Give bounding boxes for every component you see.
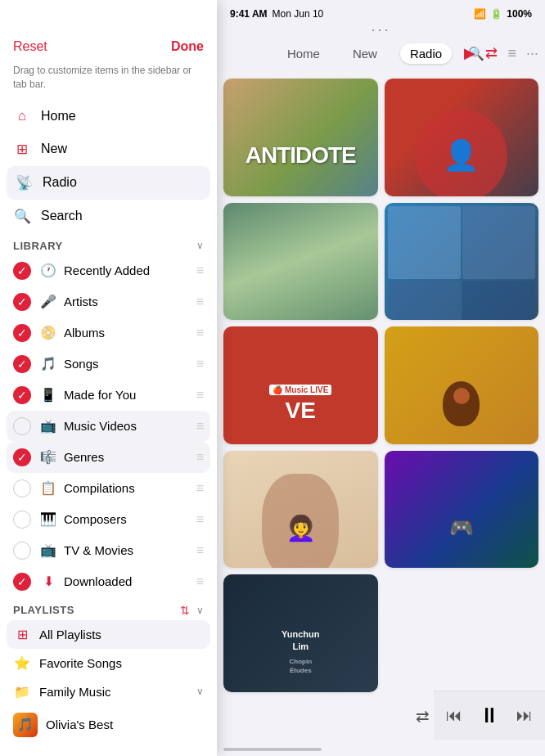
reset-button[interactable]: Reset — [13, 39, 47, 54]
all-playlists-icon: ⊞ — [13, 627, 31, 642]
prev-button[interactable]: ⏮ — [446, 706, 462, 725]
lib-item-songs[interactable]: ✓ 🎵 Songs ≡ — [0, 349, 217, 380]
drag-handle[interactable]: ≡ — [196, 419, 204, 434]
lib-item-albums[interactable]: ✓ 📀 Albums ≡ — [0, 317, 217, 349]
album-card[interactable]: Yunchun Lim ChopinÉtudes Chopin: Études,… — [223, 574, 378, 692]
lib-item-recently-added[interactable]: ✓ 🕐 Recently Added ≡ — [0, 255, 217, 286]
check-icon[interactable]: ✓ — [13, 293, 31, 311]
play-button[interactable]: ▶ — [464, 44, 475, 62]
lib-item-artists[interactable]: ✓ 🎤 Artists ≡ — [0, 286, 217, 317]
play-pause-button[interactable]: ⏸ — [479, 703, 500, 728]
playlist-family[interactable]: 📁 Family Music ∨ — [0, 677, 217, 706]
uncheck-icon[interactable] — [13, 479, 31, 497]
album-card[interactable]: THIS ISMENOW Deeper Well ★ Kacey Musgrav… — [223, 203, 378, 321]
playlists-section-header[interactable]: Playlists ⇅ ∨ — [0, 597, 217, 620]
more-button[interactable]: ··· — [526, 45, 538, 62]
lib-item-composers[interactable]: 🎹 Composers ≡ — [0, 504, 217, 535]
drag-handle[interactable]: ≡ — [196, 450, 204, 465]
sidebar-item-home[interactable]: ⌂ Home — [0, 100, 217, 133]
album-card[interactable]: 🎮 s and... ★ att. (Apple Music Edition) … — [385, 451, 539, 569]
album-grid: ANTIDOTE In Search Of The Antidote FLETC… — [217, 72, 545, 699]
drag-handle[interactable]: ≡ — [196, 574, 204, 589]
next-button[interactable]: ⏭ — [516, 706, 533, 725]
lib-label: Music Videos — [64, 419, 196, 433]
artists-icon: 🎤 — [39, 294, 57, 309]
sidebar-hint: Drag to customize items in the sidebar o… — [0, 61, 217, 100]
playlist-all[interactable]: ⊞ All Playlists — [7, 620, 210, 649]
home-icon: ⌂ — [13, 108, 31, 124]
tv-movies-icon: 📺 — [39, 542, 57, 558]
nav-tab-radio[interactable]: Radio — [400, 43, 452, 64]
sidebar-item-radio[interactable]: 📡 Radio — [7, 166, 210, 200]
album-art: ANTIDOTE — [223, 79, 378, 196]
library-section-header[interactable]: Library ∨ — [0, 233, 217, 255]
nav-tab-new[interactable]: New — [343, 43, 387, 64]
lib-item-music-videos[interactable]: 📺 Music Videos ≡ — [7, 411, 210, 442]
check-icon[interactable]: ✓ — [13, 573, 31, 591]
radio-icon: 📡 — [15, 174, 33, 191]
check-icon[interactable]: ✓ — [13, 324, 31, 342]
nav-label: New — [41, 142, 67, 156]
now-playing-bar: ⇄ ⏮ ⏸ ⏭ ↻ — [434, 691, 545, 740]
check-icon[interactable]: ✓ — [13, 448, 31, 466]
sort-icon[interactable]: ⇅ — [180, 604, 190, 617]
lib-label: Albums — [64, 326, 196, 340]
done-button[interactable]: Done — [171, 39, 204, 54]
album-card[interactable]: 👤 People Who Aren't There... Future Isla… — [385, 79, 539, 196]
chevron-down-icon: ∨ — [196, 605, 204, 616]
check-icon[interactable]: ✓ — [13, 355, 31, 373]
playlist-art: 🎵 — [13, 713, 38, 737]
sidebar-item-new[interactable]: ⊞ New — [0, 133, 217, 166]
playlist-label: All Playlists — [39, 628, 204, 641]
lib-label: Made for You — [64, 388, 196, 402]
sidebar-item-search[interactable]: 🔍 Search — [0, 200, 217, 233]
main-content: 9:41 AM Mon Jun 10 📶 🔋 100% ··· Home New… — [217, 0, 545, 756]
lib-item-made-for-you[interactable]: ✓ 📱 Made for You ≡ — [0, 380, 217, 411]
lib-item-downloaded[interactable]: ✓ ⬇ Downloaded ≡ — [0, 566, 217, 597]
battery-percent: 100% — [507, 8, 532, 20]
compilations-icon: 📋 — [39, 480, 57, 496]
drag-handle[interactable]: ≡ — [196, 481, 204, 496]
music-videos-icon: 📺 — [39, 418, 57, 434]
drag-handle[interactable]: ≡ — [196, 512, 204, 527]
playlist-favorite[interactable]: ⭐ Favorite Songs — [0, 649, 217, 677]
shuffle-button[interactable]: ⇄ — [485, 44, 498, 62]
album-card[interactable]: Please Don't Cry Rapsody — [385, 326, 539, 444]
albums-icon: 📀 — [39, 325, 57, 340]
drag-handle[interactable]: ≡ — [196, 295, 204, 309]
drag-handle[interactable]: ≡ — [196, 263, 204, 278]
playlist-olivia[interactable]: 🎵 Olivia's Best — [0, 706, 217, 744]
drag-handle[interactable]: ≡ — [196, 326, 204, 340]
album-art — [385, 203, 539, 321]
library-title: Library — [13, 240, 63, 252]
nav-label: Search — [41, 209, 83, 223]
uncheck-icon[interactable] — [13, 417, 31, 435]
playlists-title: Playlists — [13, 604, 74, 616]
uncheck-icon[interactable] — [13, 511, 31, 529]
lib-item-genres[interactable]: ✓ 🎼 Genres ≡ — [7, 442, 210, 473]
list-button[interactable]: ≡ — [507, 45, 516, 62]
album-card[interactable]: 👩‍🦱 Las Mujeres Ya No Lloran ★ Shakira — [223, 451, 378, 569]
status-time: 9:41 AM — [230, 8, 268, 20]
lib-label: TV & Movies — [64, 543, 196, 557]
album-card[interactable]: 🍎 Music LIVE VE ve: NYE 20... — [223, 326, 378, 444]
drag-handle[interactable]: ≡ — [196, 388, 204, 403]
wifi-icon: 📶 — [474, 8, 486, 20]
shuffle-button[interactable]: ⇄ — [416, 706, 430, 726]
drag-handle[interactable]: ≡ — [196, 357, 204, 371]
playlist-label: Family Music — [39, 685, 188, 699]
nav-label: Radio — [43, 175, 77, 190]
playlist-label: Favorite Songs — [39, 656, 204, 670]
lib-item-tv-movies[interactable]: 📺 TV & Movies ≡ — [0, 535, 217, 566]
check-icon[interactable]: ✓ — [13, 262, 31, 280]
drag-handle[interactable]: ≡ — [196, 543, 204, 558]
lib-item-compilations[interactable]: 📋 Compilations ≡ — [0, 473, 217, 504]
check-icon[interactable]: ✓ — [13, 386, 31, 404]
search-icon: 🔍 — [13, 208, 31, 225]
folder-icon: 📁 — [13, 684, 31, 700]
nav-tab-home[interactable]: Home — [277, 43, 330, 64]
lib-label: Compilations — [64, 481, 196, 495]
album-card[interactable]: ANTIDOTE In Search Of The Antidote FLETC… — [223, 79, 378, 196]
uncheck-icon[interactable] — [13, 542, 31, 560]
album-card[interactable]: Fearless Movement Kamasi Washington — [385, 203, 539, 321]
